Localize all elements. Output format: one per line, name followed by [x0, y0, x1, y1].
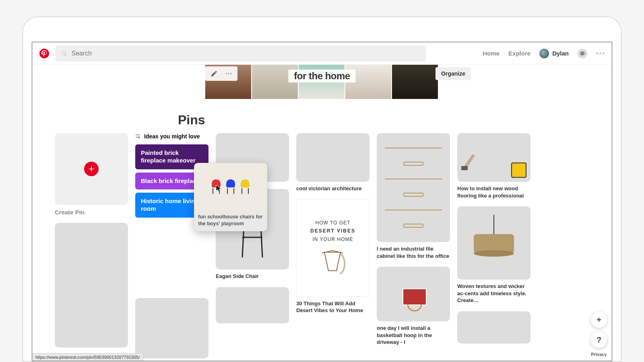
status-bar-url: https://www.pinterest.com/pin/5953900132…: [32, 353, 143, 361]
nav-explore[interactable]: Explore: [508, 50, 530, 57]
pin-card[interactable]: cool victorian architecture: [296, 133, 369, 192]
pin-caption: 30 Things That Will Add Desert Vibes to …: [296, 300, 369, 314]
pin-caption: Woven textures and wicker ac-cents add t…: [457, 283, 530, 304]
grid-column: cool victorian architecture HOW TO GET D…: [296, 133, 369, 321]
grid-column: I need an industrial file cabinet like t…: [377, 133, 450, 353]
create-pin-label: Create Pin: [55, 209, 128, 216]
chair-icon: [225, 179, 237, 194]
pin-image[interactable]: [216, 287, 289, 323]
board-title: for the home: [288, 70, 355, 82]
top-bar: Home Explore Dylan: [32, 42, 612, 65]
board-cover-strip: for the home Organize: [205, 65, 439, 99]
preview-caption: fun schoolhouse chairs for the boys' pla…: [194, 210, 267, 227]
board-more-icon[interactable]: [224, 69, 233, 78]
cursor-icon: [216, 185, 222, 193]
preview-image: [194, 163, 267, 210]
pin-card[interactable]: Woven textures and wicker ac-cents add t…: [457, 206, 530, 304]
pin-card[interactable]: I need an industrial file cabinet like t…: [377, 133, 450, 259]
pin-image[interactable]: [135, 298, 208, 358]
svg-point-7: [474, 250, 514, 257]
pins-heading: Pins: [32, 113, 612, 128]
pin-card[interactable]: HOW TO GET DESERT VIBES IN YOUR HOME 30 …: [296, 200, 369, 314]
overlay-line: HOW TO GET: [316, 219, 351, 227]
pin-image[interactable]: [457, 206, 530, 280]
pin-image[interactable]: HOW TO GET DESERT VIBES IN YOUR HOME: [296, 200, 369, 297]
pin-card[interactable]: How to install new wood flooring like a …: [457, 133, 530, 199]
pin-caption: one day I will install a basketball hoop…: [377, 325, 450, 346]
more-icon[interactable]: [596, 52, 605, 54]
pin-hover-preview[interactable]: fun schoolhouse chairs for the boys' pla…: [194, 163, 267, 231]
avatar: [539, 49, 549, 58]
organize-button[interactable]: Organize: [436, 67, 471, 80]
pin-caption: Eagan Side Chair: [216, 273, 289, 280]
pin-image[interactable]: [377, 267, 450, 321]
create-pin-card[interactable]: Create Pin: [55, 133, 128, 216]
pin-caption: I need an industrial file cabinet like t…: [377, 245, 450, 259]
pin-image[interactable]: [377, 133, 450, 242]
overlay-line: DESERT VIBES: [310, 227, 355, 235]
pin-card[interactable]: [55, 223, 128, 348]
plus-icon: [84, 162, 99, 176]
device-frame: Home Explore Dylan: [22, 16, 622, 362]
nav-home[interactable]: Home: [483, 50, 500, 57]
help-fab[interactable]: ?: [591, 332, 607, 348]
board-controls: [205, 66, 237, 81]
floating-controls: + ? Privacy: [591, 312, 607, 357]
browser-viewport: Home Explore Dylan: [32, 42, 612, 361]
search-icon: [135, 134, 141, 139]
add-fab[interactable]: +: [591, 312, 607, 328]
board-cover-tile[interactable]: [392, 65, 438, 99]
ideas-heading-text: Ideas you might love: [144, 133, 200, 140]
pin-card[interactable]: one day I will install a basketball hoop…: [377, 267, 450, 346]
pin-caption: cool victorian architecture: [296, 185, 369, 192]
nav-right: Home Explore Dylan: [483, 49, 605, 58]
pin-card[interactable]: [135, 298, 208, 358]
user-menu[interactable]: Dylan: [539, 49, 569, 58]
chair-icon: [239, 179, 251, 194]
privacy-link[interactable]: Privacy: [591, 352, 607, 357]
grid-column: How to install new wood flooring like a …: [457, 133, 530, 351]
pin-image[interactable]: [457, 311, 530, 343]
search-icon: [61, 50, 68, 57]
pinterest-logo[interactable]: [39, 49, 49, 58]
svg-point-2: [228, 73, 229, 74]
user-name: Dylan: [552, 50, 569, 57]
messages-icon[interactable]: [578, 49, 587, 58]
pin-overlay-text: HOW TO GET DESERT VIBES IN YOUR HOME: [296, 200, 369, 297]
grid-column: Create Pin: [55, 133, 128, 355]
search-input[interactable]: [72, 50, 420, 57]
edit-icon[interactable]: [209, 69, 219, 78]
overlay-line: IN YOUR HOME: [312, 235, 353, 243]
svg-point-1: [226, 73, 227, 74]
search-bar[interactable]: [56, 45, 426, 62]
pin-caption: How to install new wood flooring like a …: [457, 185, 530, 199]
board-header: for the home Organize: [32, 65, 612, 99]
pin-image[interactable]: [457, 133, 530, 182]
pin-image[interactable]: [55, 223, 128, 348]
pin-grid: Create Pin Ideas you might love Painted …: [32, 133, 612, 361]
svg-rect-4: [461, 166, 468, 170]
pin-card[interactable]: [216, 287, 289, 323]
pin-image[interactable]: [296, 133, 369, 182]
pin-card[interactable]: [457, 311, 530, 343]
svg-point-3: [230, 73, 231, 74]
ideas-heading: Ideas you might love: [135, 133, 208, 140]
